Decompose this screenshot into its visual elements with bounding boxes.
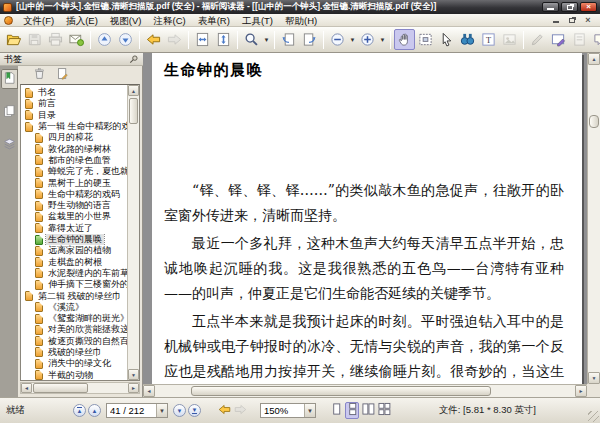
back-button[interactable] bbox=[143, 29, 164, 50]
zoom-dropdown-caret-icon[interactable]: ▼ bbox=[304, 404, 315, 417]
bookmark-item[interactable]: 《鸳鸯湖畔的斑光》 bbox=[21, 313, 127, 324]
bookmark-item[interactable]: 《溪流》 bbox=[21, 302, 127, 313]
continuous-facing-layout-button[interactable] bbox=[377, 402, 391, 419]
marquee-zoom-button[interactable] bbox=[241, 29, 262, 50]
resize-grip-icon[interactable] bbox=[588, 411, 599, 422]
pencil-button[interactable] bbox=[527, 29, 548, 50]
bookmarks-vertical-scrollbar[interactable]: ▲ ▼ bbox=[127, 85, 139, 380]
first-page-button[interactable]: ▲ bbox=[73, 404, 86, 417]
doc-minimize-button[interactable] bbox=[549, 15, 563, 26]
scrollbar-thumb[interactable] bbox=[33, 383, 88, 393]
bookmark-item[interactable]: 前言 bbox=[21, 98, 127, 109]
menu-item[interactable]: 注释(C) bbox=[147, 15, 191, 26]
page-dropdown-caret-icon[interactable]: ▼ bbox=[156, 404, 167, 417]
zoom-input[interactable] bbox=[261, 405, 304, 416]
fit-page-button[interactable] bbox=[213, 29, 234, 50]
bookmark-item[interactable]: 蝉蜕完了壳，夏也就完了 bbox=[21, 166, 127, 177]
scroll-down-icon[interactable]: ▼ bbox=[588, 372, 600, 384]
zoom-in-button[interactable] bbox=[357, 29, 378, 50]
scroll-right-icon[interactable]: ► bbox=[575, 385, 587, 397]
bookmark-item[interactable]: 盆栽里的小世界 bbox=[21, 211, 127, 222]
menu-item[interactable]: 文件(F) bbox=[17, 15, 60, 26]
typewriter-button[interactable]: T bbox=[478, 29, 499, 50]
document-vertical-scrollbar[interactable]: ▲ ▼ bbox=[587, 53, 600, 384]
previous-page-button[interactable]: ▲ bbox=[88, 404, 101, 417]
pin-icon[interactable] bbox=[128, 54, 139, 65]
single-page-layout-button[interactable] bbox=[329, 402, 343, 419]
stamp-button[interactable] bbox=[569, 29, 590, 50]
email-button[interactable] bbox=[66, 29, 87, 50]
close-button[interactable]: × bbox=[580, 2, 597, 12]
scrollbar-thumb[interactable] bbox=[589, 115, 599, 128]
rotate-left-button[interactable] bbox=[278, 29, 299, 50]
bookmark-item[interactable]: 都市的绿色血管 bbox=[21, 155, 127, 166]
bookmark-item[interactable]: 第一辑 生命中精彩的戏码 bbox=[21, 121, 127, 132]
bookmark-item[interactable]: 消失中的绿文化 bbox=[21, 358, 127, 369]
forward-button[interactable] bbox=[164, 29, 185, 50]
zoom-out-button[interactable] bbox=[327, 29, 348, 50]
comment-button[interactable] bbox=[590, 29, 600, 50]
page-number-input[interactable] bbox=[107, 405, 156, 416]
bookmark-item[interactable]: 靠得太近了 bbox=[21, 223, 127, 234]
facing-layout-button[interactable] bbox=[361, 402, 375, 419]
menu-item[interactable]: 插入(E) bbox=[60, 15, 104, 26]
bookmark-item[interactable]: 黑树干上的硬玉 bbox=[21, 177, 127, 188]
scroll-down-icon[interactable]: ▼ bbox=[128, 369, 139, 380]
bookmark-item[interactable]: 生命中精彩的戏码 bbox=[21, 189, 127, 200]
bookmark-item[interactable]: 四月的樟花 bbox=[21, 132, 127, 143]
last-page-button[interactable]: ▼ bbox=[188, 404, 201, 417]
doc-close-button[interactable]: × bbox=[581, 15, 595, 26]
bookmark-item[interactable]: 水泥裂缝内的车前草 bbox=[21, 268, 127, 279]
scrollbar-thumb[interactable] bbox=[129, 98, 138, 124]
scrollbar-thumb[interactable] bbox=[191, 386, 491, 396]
bookmark-item[interactable]: 敦化路的绿树林 bbox=[21, 143, 127, 154]
page-down-button[interactable] bbox=[115, 29, 136, 50]
next-page-button[interactable]: ▼ bbox=[173, 404, 186, 417]
zoom-out-dropdown-caret-icon[interactable]: ▼ bbox=[348, 29, 357, 50]
forward-view-button[interactable] bbox=[232, 403, 248, 419]
menu-item[interactable]: 视图(V) bbox=[104, 15, 148, 26]
bookmark-item[interactable]: 对美的欣赏能拯救这世界 bbox=[21, 324, 127, 335]
bookmark-item[interactable]: 野生动物的语言 bbox=[21, 200, 127, 211]
bookmark-item[interactable]: 目录 bbox=[21, 110, 127, 121]
page-up-button[interactable] bbox=[94, 29, 115, 50]
panel-tab-pages[interactable] bbox=[1, 102, 18, 122]
save-file-button[interactable] bbox=[24, 29, 45, 50]
scroll-up-icon[interactable]: ▲ bbox=[128, 85, 139, 96]
bookmark-item[interactable]: 伸手摘下三楼窗外的果实 bbox=[21, 279, 127, 290]
panel-tab-bookmarks[interactable] bbox=[1, 69, 18, 89]
print-button[interactable] bbox=[45, 29, 66, 50]
bookmark-item[interactable]: 第二辑 残破的绿丝巾 bbox=[21, 290, 127, 301]
zoom-in-dropdown-caret-icon[interactable]: ▼ bbox=[378, 29, 387, 50]
bookmarks-horizontal-scrollbar[interactable]: ◄ ► bbox=[20, 382, 140, 394]
panel-tab-layers[interactable] bbox=[1, 135, 18, 155]
fit-width-button[interactable] bbox=[192, 29, 213, 50]
menu-item[interactable]: 工具(T) bbox=[236, 15, 279, 26]
restore-button[interactable] bbox=[561, 2, 578, 12]
bookmark-item[interactable]: 远离家园的植物 bbox=[21, 245, 127, 256]
bookmark-item[interactable]: 走棋盘的树根 bbox=[21, 256, 127, 267]
search-button[interactable] bbox=[457, 29, 478, 50]
bookmark-item[interactable]: 被逐页撕毁的自然百科全书 bbox=[21, 336, 127, 347]
scroll-right-icon[interactable]: ► bbox=[128, 383, 139, 393]
select-annotation-button[interactable] bbox=[436, 29, 457, 50]
scroll-up-icon[interactable]: ▲ bbox=[588, 53, 600, 65]
doc-restore-button[interactable] bbox=[565, 15, 579, 26]
image-tool-button[interactable] bbox=[499, 29, 520, 50]
scroll-left-icon[interactable]: ◄ bbox=[143, 385, 155, 397]
snapshot-button[interactable] bbox=[415, 29, 436, 50]
back-view-button[interactable] bbox=[216, 403, 232, 419]
continuous-layout-button[interactable] bbox=[345, 402, 359, 419]
marquee-zoom-dropdown-caret-icon[interactable]: ▼ bbox=[262, 29, 271, 50]
minimize-button[interactable] bbox=[542, 2, 559, 12]
menu-item[interactable]: 表单(R) bbox=[192, 15, 236, 26]
document-horizontal-scrollbar[interactable]: ◄ ► bbox=[143, 384, 587, 397]
form-field-button[interactable] bbox=[548, 29, 569, 50]
bookmark-item[interactable]: 残破的绿丝巾 bbox=[21, 347, 127, 358]
hand-tool-button[interactable] bbox=[394, 29, 415, 50]
bookmark-item[interactable]: 生命钟的晨唤 bbox=[21, 234, 127, 245]
delete-bookmark-button[interactable] bbox=[32, 68, 47, 83]
scroll-left-icon[interactable]: ◄ bbox=[21, 383, 32, 393]
bookmark-item[interactable]: 半截的动物 bbox=[21, 369, 127, 380]
rotate-right-button[interactable] bbox=[299, 29, 320, 50]
